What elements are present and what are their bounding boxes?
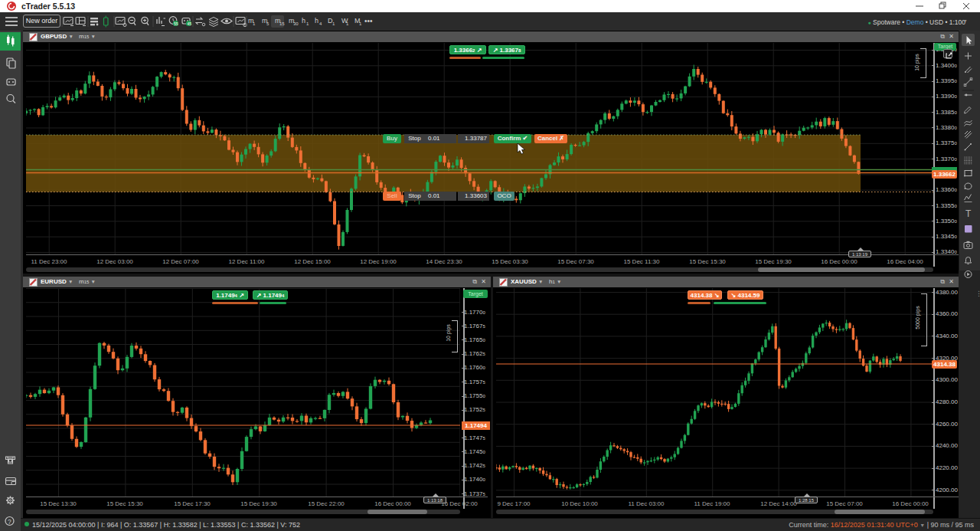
svg-text:45: 45 xyxy=(188,21,192,26)
svg-text:T: T xyxy=(965,208,972,219)
svg-text:•••: ••• xyxy=(364,17,373,25)
svg-text:h: h xyxy=(315,17,318,25)
svg-text:55: 55 xyxy=(174,21,178,26)
svg-text:?: ? xyxy=(8,518,11,526)
svg-text:15: 15 xyxy=(279,21,285,26)
svg-text:1: 1 xyxy=(359,21,362,26)
svg-text:h: h xyxy=(302,17,305,25)
svg-text:5: 5 xyxy=(266,21,270,26)
svg-text:1: 1 xyxy=(306,21,309,26)
svg-text:1: 1 xyxy=(346,21,349,26)
svg-text:1: 1 xyxy=(332,21,335,26)
svg-text:30: 30 xyxy=(293,21,299,26)
svg-text:4: 4 xyxy=(319,21,322,26)
svg-text:1: 1 xyxy=(253,21,256,26)
